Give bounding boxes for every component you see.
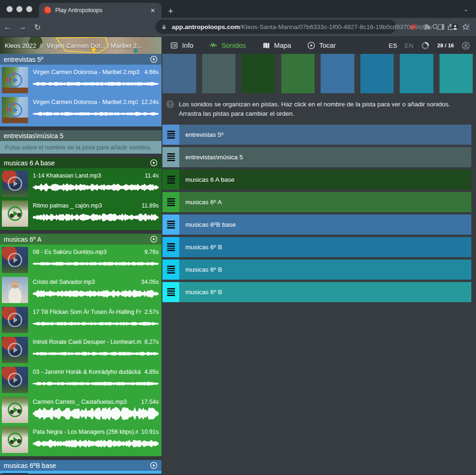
clip-waveform[interactable]: [33, 257, 159, 271]
track-drag-handle[interactable]: [162, 260, 179, 280]
track-swatch-3[interactable]: [242, 54, 275, 93]
clip-thumbnail[interactable]: [2, 473, 28, 474]
track-row-body[interactable]: entrevistas\música 5: [179, 147, 471, 167]
clip-waveform[interactable]: [33, 107, 159, 121]
track-swatch-8[interactable]: [439, 54, 473, 93]
sidebar-track-header[interactable]: entrevistas\música 5: [0, 130, 161, 141]
track-row-body[interactable]: musicas 6ºB base: [179, 215, 471, 235]
clip-waveform[interactable]: [33, 287, 159, 301]
sidebar-track-header[interactable]: musicas 6 A base: [0, 157, 161, 168]
track-row-body[interactable]: entrevistas 5º: [179, 125, 471, 145]
track-swatch-6[interactable]: [360, 54, 394, 93]
tab-tocar[interactable]: Tocar: [307, 41, 336, 50]
track-drag-handle[interactable]: [162, 170, 179, 190]
browser-menu-icon[interactable]: ⋮: [465, 22, 472, 31]
track-row-body[interactable]: musicas 6º B: [179, 260, 471, 280]
reload-button[interactable]: ↻: [30, 22, 45, 32]
back-button[interactable]: ←: [0, 22, 15, 32]
sidebar-track-header[interactable]: musicas 6ºB base: [0, 460, 161, 471]
clip-thumbnail[interactable]: [2, 337, 28, 363]
clip-item[interactable]: Virgen Carmen Dolorosa - Maribel 2.mp312…: [0, 96, 161, 126]
side-panel-icon[interactable]: [437, 23, 445, 31]
track-row[interactable]: musicas 6º B: [162, 282, 471, 302]
macos-traffic-lights[interactable]: [0, 0, 39, 18]
tab-close-icon[interactable]: ✕: [149, 7, 157, 15]
clip-thumbnail[interactable]: [2, 67, 28, 93]
breadcrumb-project[interactable]: Kleos 2022: [5, 42, 37, 49]
clip-thumbnail[interactable]: [2, 200, 28, 227]
track-swatch-4[interactable]: [281, 54, 315, 93]
tab-info[interactable]: Info: [170, 41, 193, 50]
clip-waveform[interactable]: [33, 347, 159, 361]
clip-thumbnail[interactable]: [2, 427, 28, 453]
play-track-button[interactable]: [150, 235, 158, 243]
clip-waveform[interactable]: [33, 180, 159, 194]
play-track-button[interactable]: [150, 461, 158, 469]
clip-thumbnail[interactable]: [2, 307, 28, 333]
language-en-button[interactable]: EN: [404, 42, 413, 49]
track-row[interactable]: musicas 6º A: [162, 192, 471, 212]
browser-tab[interactable]: Play Antropoloops ✕: [39, 3, 161, 18]
window-zoom-button[interactable]: [26, 6, 32, 12]
clip-item[interactable]: BASE Pata Negra - Los Managers3.77s: [0, 472, 161, 474]
track-drag-handle[interactable]: [162, 147, 179, 167]
track-drag-handle[interactable]: [162, 237, 179, 257]
tab-search-chevron-icon[interactable]: ⌄: [463, 6, 469, 13]
clip-item[interactable]: Pata Negra - Los Managers (256 kbps).mp3…: [0, 425, 161, 455]
clip-thumbnail[interactable]: [2, 397, 28, 423]
track-swatch-7[interactable]: [400, 54, 433, 93]
clip-item[interactable]: 17 Till Flickan Som Är Tusen År-Halling …: [0, 305, 161, 335]
track-row-body[interactable]: musicas 6º B: [179, 282, 471, 302]
clip-item[interactable]: 1-14 Khakasian Land.mp311.4s: [0, 169, 161, 199]
track-row-body[interactable]: musicas 6º B: [179, 237, 471, 257]
address-bar[interactable]: app.antropoloops.com/Kleos-Santa-Marina/…: [155, 20, 396, 34]
track-drag-handle[interactable]: [162, 215, 179, 235]
track-row-body[interactable]: musicas 6º A: [179, 192, 471, 212]
clip-item[interactable]: Ritmo palmas _ cajón.mp311.89s: [0, 199, 161, 229]
track-drag-handle[interactable]: [162, 282, 179, 302]
track-drag-handle[interactable]: [162, 192, 179, 212]
sidebar-track-header[interactable]: musicas 6º A: [0, 234, 161, 245]
clip-waveform[interactable]: [33, 77, 159, 91]
clip-thumbnail[interactable]: [2, 367, 28, 393]
breadcrumb-path[interactable]: Virgen Carmen Dol... / Maribel 2...: [46, 42, 142, 49]
track-row[interactable]: musicas 6 A base: [162, 170, 471, 190]
language-es-button[interactable]: ES: [388, 42, 397, 49]
clip-waveform[interactable]: [33, 407, 159, 421]
record-extension-icon[interactable]: [409, 23, 417, 31]
track-row-body[interactable]: musicas 6 A base: [179, 170, 471, 190]
track-row[interactable]: entrevistas\música 5: [162, 147, 471, 167]
clip-item[interactable]: Virgen Carmen Dolorosa - Maribel 2.mp34.…: [0, 66, 161, 96]
clip-thumbnail[interactable]: [2, 247, 28, 273]
track-swatch-5[interactable]: [321, 54, 354, 93]
clip-item[interactable]: Cristo del Salvador.mp334.05s: [0, 275, 161, 305]
clip-item[interactable]: Introit Rorate Caeli Desuper - Lionheart…: [0, 335, 161, 365]
sidebar-track-header[interactable]: entrevistas 5º: [0, 54, 161, 65]
clip-waveform[interactable]: [33, 317, 159, 331]
track-drag-handle[interactable]: [162, 125, 179, 145]
track-swatch-2[interactable]: [202, 54, 236, 93]
clip-item[interactable]: 08 - Es Sakūru Guntiņu.mp39.76s: [0, 245, 161, 275]
clip-thumbnail[interactable]: [2, 277, 28, 303]
clip-waveform[interactable]: [33, 377, 159, 391]
track-row[interactable]: musicas 6º B: [162, 260, 471, 280]
play-track-button[interactable]: [150, 55, 158, 63]
play-track-button[interactable]: [150, 159, 158, 167]
clip-item[interactable]: Carmen Carreto _ Castañuelas.mp317.54s: [0, 395, 161, 425]
new-tab-button[interactable]: +: [168, 7, 173, 15]
track-row[interactable]: entrevistas 5º: [162, 125, 471, 145]
track-row[interactable]: musicas 6ºB base: [162, 215, 471, 235]
clip-item[interactable]: 03 - Jaromír Horák & Konrádyho dudácká .…: [0, 365, 161, 395]
track-swatch-1[interactable]: [162, 54, 196, 93]
clip-thumbnail[interactable]: [2, 171, 28, 197]
track-row[interactable]: musicas 6º B: [162, 237, 471, 257]
forward-button[interactable]: →: [15, 22, 30, 32]
extensions-puzzle-icon[interactable]: [423, 23, 431, 31]
clip-waveform[interactable]: [33, 437, 159, 451]
clip-waveform[interactable]: [33, 210, 159, 224]
window-minimize-button[interactable]: [16, 6, 22, 12]
account-icon[interactable]: [461, 41, 470, 50]
window-close-button[interactable]: [7, 6, 13, 12]
profile-avatar-icon[interactable]: [451, 23, 459, 31]
tab-sonidos[interactable]: Sonidos: [209, 41, 246, 50]
